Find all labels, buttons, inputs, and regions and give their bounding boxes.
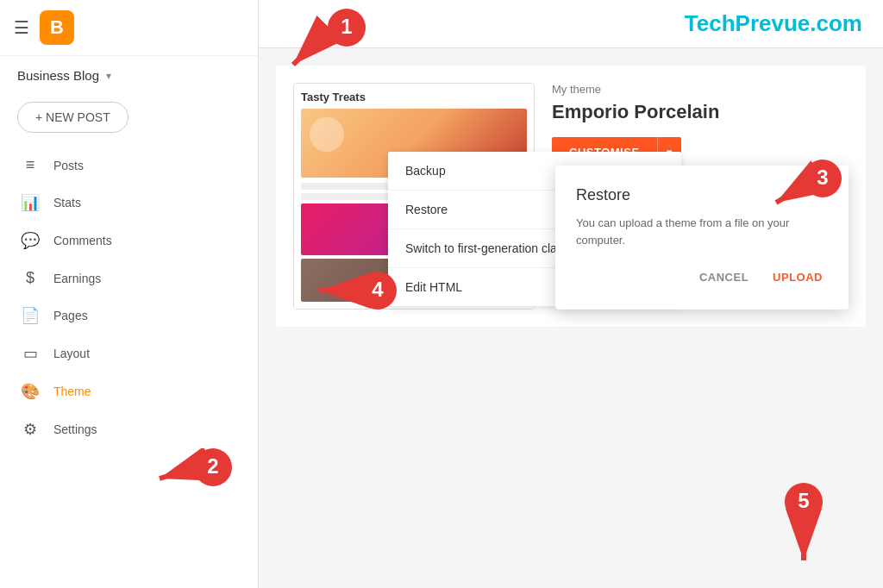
sidebar-item-theme-label: Theme (53, 385, 91, 398)
sidebar-item-comments[interactable]: 💬 Comments (0, 222, 247, 260)
sidebar-nav: ≡ Posts 📊 Stats 💬 Comments $ Earnings 📄 … (0, 147, 258, 448)
new-post-button[interactable]: + NEW POST (17, 102, 128, 133)
pages-icon: 📄 (21, 306, 40, 325)
comments-icon: 💬 (21, 231, 40, 250)
sidebar-item-settings-label: Settings (53, 422, 97, 436)
sidebar-item-stats-label: Stats (53, 196, 81, 210)
sidebar-item-layout[interactable]: ▭ Layout (0, 335, 247, 372)
sidebar-item-stats[interactable]: 📊 Stats (0, 184, 247, 222)
settings-icon: ⚙ (21, 420, 40, 439)
restore-dialog-title: Restore (576, 186, 828, 204)
restore-dialog-description: You can upload a theme from a file on yo… (576, 215, 828, 248)
sidebar-item-pages-label: Pages (53, 309, 88, 322)
preview-title: Tasty Treats (301, 91, 527, 103)
restore-dialog: Restore You can upload a theme from a fi… (555, 166, 849, 310)
blog-title-row[interactable]: Business Blog ▾ (0, 56, 258, 95)
sidebar-item-earnings-label: Earnings (53, 272, 101, 285)
site-brand: TechPrevue.com (685, 10, 862, 37)
sidebar: ☰ B Business Blog ▾ + NEW POST ≡ Posts 📊… (0, 0, 259, 588)
earnings-icon: $ (21, 269, 40, 287)
posts-icon: ≡ (21, 156, 40, 174)
sidebar-item-earnings[interactable]: $ Earnings (0, 260, 247, 297)
sidebar-item-posts-label: Posts (53, 159, 84, 172)
theme-name: Emporio Porcelain (552, 101, 849, 123)
my-theme-label: My theme (552, 83, 849, 96)
restore-cancel-button[interactable]: CANCEL (694, 266, 754, 289)
sidebar-header: ☰ B (0, 0, 258, 56)
main-content: TechPrevue.com Tasty Treats My theme Emp… (259, 0, 883, 588)
sidebar-item-pages[interactable]: 📄 Pages (0, 297, 247, 335)
theme-section: Tasty Treats My theme Emporio Porcelain … (276, 66, 866, 327)
hamburger-icon[interactable]: ☰ (14, 17, 29, 38)
blog-dropdown-arrow[interactable]: ▾ (106, 70, 111, 82)
theme-icon: 🎨 (21, 382, 40, 401)
sidebar-item-posts[interactable]: ≡ Posts (0, 147, 247, 184)
sidebar-item-theme[interactable]: 🎨 Theme (0, 372, 247, 410)
blogger-logo: B (40, 10, 74, 45)
sidebar-item-comments-label: Comments (53, 234, 112, 247)
main-header: TechPrevue.com (259, 0, 883, 48)
stats-icon: 📊 (21, 193, 40, 212)
restore-dialog-actions: CANCEL UPLOAD (576, 266, 828, 289)
sidebar-item-layout-label: Layout (53, 347, 90, 360)
restore-upload-button[interactable]: UPLOAD (767, 266, 828, 289)
layout-icon: ▭ (21, 344, 40, 363)
blog-title: Business Blog (17, 68, 99, 83)
sidebar-item-settings[interactable]: ⚙ Settings (0, 410, 247, 448)
